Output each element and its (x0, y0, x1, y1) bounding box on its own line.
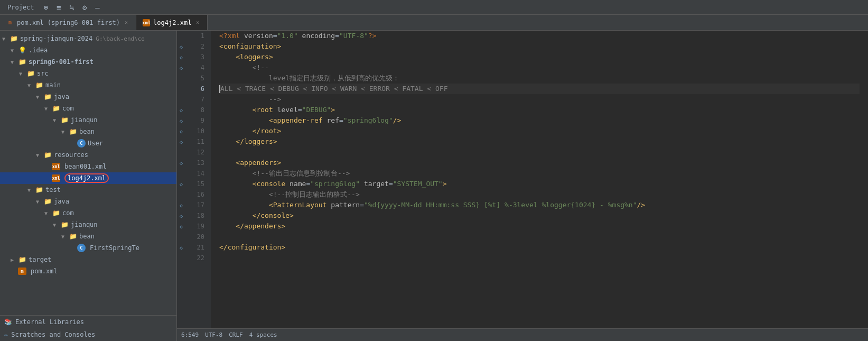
line-num-5: 5 (185, 73, 207, 84)
code-line-20 (219, 232, 860, 242)
tree-item-bean001[interactable]: xml bean001.xml (0, 161, 176, 172)
tree-item-test[interactable]: ▼ 📁 test (0, 184, 176, 196)
tree-label-jianqun-test: jianqun (71, 221, 98, 228)
code-line-10: </root> (219, 126, 860, 136)
tree-item-src[interactable]: ▼ 📁 src (0, 68, 176, 79)
gutter-mark-8: ◇ (177, 105, 185, 115)
code-line-5: level指定日志级别，从低到高的优先级： (219, 73, 860, 84)
tree-item-bean-test[interactable]: ▼ 📁 bean (0, 231, 176, 242)
code-line-12 (219, 147, 860, 158)
tree-item-log4j2[interactable]: xml log4j2.xml (0, 172, 176, 184)
line-num-16: 16 (185, 189, 207, 200)
tab-pom-xml[interactable]: m pom.xml (spring6-001-first) × (0, 15, 136, 30)
tree-item-firstspringte[interactable]: C FirstSpringTe (0, 242, 176, 254)
gutter-mark-16 (177, 189, 185, 200)
tree-item-bean[interactable]: ▼ 📁 bean (0, 126, 176, 137)
list-icon[interactable]: ≡ (54, 2, 63, 13)
scratches-and-consoles-item[interactable]: ✏ Scratches and Consoles (0, 328, 176, 341)
code-editor[interactable]: <?xml version="1.0" encoding="UTF-8"?> <… (211, 31, 868, 328)
project-menu[interactable]: Project (4, 3, 38, 12)
log4j2-file-icon: xml (143, 19, 150, 26)
tab-bar: m pom.xml (spring6-001-first) × xml log4… (0, 15, 868, 31)
xml-icon-log4j2: xml (52, 174, 60, 182)
code-line-9: <appender-ref ref="spring6log"/> (219, 115, 860, 126)
tab-log4j2-xml[interactable]: xml log4j2.xml × (136, 15, 208, 30)
line-num-22: 22 (185, 253, 207, 263)
editor-content[interactable]: ◇ ◇ ◇ ◇ ◇ ◇ ◇ ◇ ◇ ◇ ◇ ◇ ◇ (177, 31, 868, 328)
tree-path-root: G:\back-end\co (96, 35, 145, 42)
tree-item-java-test[interactable]: ▼ 📁 java (0, 196, 176, 207)
add-icon[interactable]: ⊕ (42, 2, 50, 13)
gutter-mark-12 (177, 147, 185, 158)
tree-item-resources[interactable]: ▼ 📁 resources (0, 149, 176, 161)
tree-item-jianqun[interactable]: ▼ 📁 jianqun (0, 114, 176, 126)
tree-item-spring6[interactable]: ▼ 📁 spring6-001-first (0, 56, 176, 68)
tree-item-user[interactable]: C User (0, 137, 176, 149)
line-num-11: 11 (185, 136, 207, 147)
gutter-mark-4: ◇ (177, 62, 185, 73)
folder-icon-bean: 📁 (69, 127, 77, 136)
tab-log4j2-label: log4j2.xml (153, 19, 191, 26)
code-line-21: </configuration> (219, 242, 860, 253)
tree-label-bean001: bean001.xml (64, 163, 106, 170)
tree-label-bean-test: bean (79, 233, 95, 240)
filter-icon[interactable]: ≒ (67, 2, 76, 13)
code-line-19: </appenders> (219, 221, 860, 232)
tree-item-idea[interactable]: ▼ 💡 .idea (0, 44, 176, 56)
tree-item-jianqun-test[interactable]: ▼ 📁 jianqun (0, 219, 176, 231)
pom-file-icon: m (6, 19, 14, 26)
external-libraries-icon: 📚 (4, 318, 12, 326)
arrow-main: ▼ (27, 82, 35, 88)
folder-icon-bean-test: 📁 (69, 232, 77, 241)
line-num-13: 13 (185, 158, 207, 168)
line-col-indicator: 6:549 (181, 331, 199, 338)
tab-pom-close[interactable]: × (123, 19, 129, 26)
code-line-7: --> (219, 94, 860, 105)
arrow-root: ▼ (2, 36, 10, 42)
project-tree: ▼ 📁 spring-jianqun-2024 G:\back-end\co ▼… (0, 31, 176, 315)
code-line-17: <PatternLayout pattern="%d{yyyy-MM-dd HH… (219, 200, 860, 210)
gutter-mark-5 (177, 73, 185, 84)
main-content: ▼ 📁 spring-jianqun-2024 G:\back-end\co ▼… (0, 31, 868, 341)
tree-label-root: spring-jianqun-2024 (20, 35, 92, 42)
tree-item-main[interactable]: ▼ 📁 main (0, 79, 176, 91)
arrow-src: ▼ (19, 71, 26, 77)
line-numbers: 1 2 3 4 5 6 7 8 9 10 11 12 13 14 15 16 1… (185, 31, 211, 328)
tree-item-com-test[interactable]: ▼ 📁 com (0, 207, 176, 219)
arrow-com: ▼ (44, 106, 52, 112)
folder-icon-com: 📁 (52, 104, 60, 113)
tree-item-java[interactable]: ▼ 📁 java (0, 91, 176, 103)
tree-item-com[interactable]: ▼ 📁 com (0, 103, 176, 114)
line-num-12: 12 (185, 147, 207, 158)
line-sep-indicator[interactable]: CRLF (229, 331, 243, 338)
settings-icon[interactable]: ⚙ (80, 2, 89, 13)
gutter-mark-13: ◇ (177, 158, 185, 168)
line-num-21: 21 (185, 242, 207, 253)
indent-indicator[interactable]: 4 spaces (249, 331, 277, 338)
line-col-label: 6:549 (181, 331, 199, 338)
arrow-java-test: ▼ (36, 199, 43, 205)
resources-folder-icon: 📁 (43, 151, 52, 159)
code-line-8: <root level="DEBUG"> (219, 105, 860, 115)
tree-item-target[interactable]: ▶ 📁 target (0, 254, 176, 265)
tree-label-main: main (45, 81, 61, 89)
minimize-icon[interactable]: — (93, 2, 101, 13)
tab-pom-label: pom.xml (spring6-001-first) (17, 19, 120, 26)
folder-icon-jianqun-test: 📁 (60, 220, 69, 229)
tree-label-java-test: java (54, 198, 69, 205)
code-line-16: <!--控制日志输出的格式--> (219, 189, 860, 200)
tree-item-root[interactable]: ▼ 📁 spring-jianqun-2024 G:\back-end\co (0, 33, 176, 44)
gutter-mark-19: ◇ (177, 221, 185, 232)
tree-label-src: src (37, 70, 49, 77)
external-libraries-item[interactable]: 📚 External Libraries (0, 316, 176, 328)
arrow-java: ▼ (36, 94, 43, 100)
tab-log4j2-close[interactable]: × (194, 19, 201, 26)
tree-item-pom[interactable]: m pom.xml (0, 265, 176, 277)
line-num-9: 9 (185, 115, 207, 126)
gutter-mark-20 (177, 232, 185, 242)
tree-label-user: User (88, 140, 103, 147)
line-sep-label: CRLF (229, 331, 243, 338)
scratches-icon: ✏ (4, 331, 8, 338)
encoding-indicator[interactable]: UTF-8 (205, 331, 222, 338)
bottom-bar: 6:549 UTF-8 CRLF 4 spaces (177, 328, 868, 341)
